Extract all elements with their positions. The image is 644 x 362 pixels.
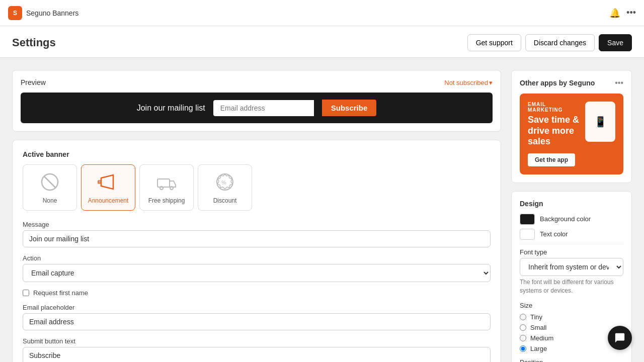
font-type-label: Font type: [520, 248, 623, 256]
svg-point-6: [160, 187, 163, 190]
other-apps-title: Other apps by Seguno: [520, 79, 595, 87]
app-name: Seguno Banners: [26, 9, 78, 17]
divider-1: [520, 244, 623, 244]
design-title: Design: [520, 200, 623, 208]
banner-option-none-label: None: [43, 197, 57, 204]
size-tiny-radio[interactable]: [520, 314, 526, 320]
free-shipping-icon: [155, 171, 178, 193]
other-apps-more-icon[interactable]: •••: [615, 78, 623, 87]
chat-bubble[interactable]: [608, 326, 632, 350]
text-color-label: Text color: [540, 230, 568, 238]
preview-label: Preview: [21, 78, 46, 86]
svg-line-1: [44, 176, 56, 188]
size-large-row: Large: [520, 345, 623, 352]
none-icon: [39, 171, 61, 193]
size-medium-label: Medium: [530, 334, 553, 342]
submit-button-input[interactable]: [23, 347, 491, 362]
submit-button-text-group: Submit button text An icon will be used …: [23, 337, 491, 362]
background-color-label: Background color: [540, 215, 591, 223]
position-section: Position Stay floating at the top Stay f…: [520, 358, 623, 362]
action-label: Action: [23, 254, 491, 262]
banner-options: None Announcement: [23, 164, 491, 211]
discard-changes-button[interactable]: Discard changes: [525, 34, 595, 51]
email-placeholder-label: Email placeholder: [23, 304, 491, 311]
chevron-down-icon: ▾: [489, 79, 493, 86]
promo-headline: Save time & drive more sales: [528, 115, 581, 147]
banner-email-input[interactable]: [213, 100, 314, 116]
email-placeholder-input[interactable]: [23, 313, 491, 330]
banner-option-none[interactable]: None: [23, 164, 77, 211]
svg-point-7: [170, 187, 173, 190]
topbar-left: S Seguno Banners: [8, 6, 78, 20]
size-large-label: Large: [530, 345, 547, 352]
font-type-group: Font type Inherit from system or device …: [520, 248, 623, 295]
banner-option-free-shipping[interactable]: Free shipping: [139, 164, 194, 211]
banner-option-discount-label: Discount: [213, 197, 237, 204]
preview-header: Preview Not subscribed ▾: [21, 78, 493, 86]
size-label: Size: [520, 302, 623, 309]
header-actions: Get support Discard changes Save: [467, 34, 632, 51]
size-small-row: Small: [520, 324, 623, 331]
svg-rect-5: [157, 179, 170, 187]
app-logo: S: [8, 6, 22, 20]
banner-option-announcement[interactable]: Announcement: [81, 164, 135, 211]
left-panel: Preview Not subscribed ▾ Join our mailin…: [12, 70, 501, 362]
size-tiny-row: Tiny: [520, 313, 623, 321]
font-type-select[interactable]: Inherit from system or device: [520, 258, 623, 276]
promo-tag: Email Marketing: [528, 102, 581, 113]
banner-option-announcement-label: Announcement: [88, 197, 129, 204]
subscription-status[interactable]: Not subscribed ▾: [444, 79, 493, 86]
message-field-group: Message: [23, 221, 491, 247]
app-promo-banner: Email Marketing Save time & drive more s…: [520, 94, 623, 174]
right-panel: Other apps by Seguno ••• Email Marketing…: [511, 70, 632, 362]
banner-subscribe-button[interactable]: Subscribe: [322, 100, 377, 116]
promo-button[interactable]: Get the app: [528, 153, 575, 166]
action-select[interactable]: Email capture URL redirect No action: [23, 264, 491, 282]
request-first-name-checkbox[interactable]: [23, 290, 29, 296]
email-placeholder-group: Email placeholder: [23, 304, 491, 330]
request-first-name-row: Request first name: [23, 289, 491, 297]
banner-option-free-shipping-label: Free shipping: [148, 197, 185, 204]
topbar: S Seguno Banners 🔔 •••: [0, 0, 644, 26]
submit-button-label: Submit button text: [23, 337, 491, 345]
svg-marker-2: [101, 175, 113, 189]
discount-icon: %: [214, 171, 236, 193]
main-content: Preview Not subscribed ▾ Join our mailin…: [0, 58, 644, 362]
save-button[interactable]: Save: [599, 34, 632, 51]
other-apps-header: Other apps by Seguno •••: [520, 78, 623, 87]
page-header: Settings Get support Discard changes Sav…: [0, 26, 644, 58]
banner-message: Join our mailing list: [137, 104, 205, 113]
background-color-row: Background color: [520, 214, 623, 225]
banner-option-discount[interactable]: % Discount: [198, 164, 252, 211]
text-color-row: Text color: [520, 229, 623, 240]
page-title: Settings: [12, 36, 56, 49]
topbar-icons: 🔔 •••: [609, 8, 636, 19]
settings-card: Active banner None: [12, 140, 501, 362]
announcement-icon: [97, 171, 119, 193]
position-label: Position: [520, 358, 623, 362]
size-small-radio[interactable]: [520, 324, 526, 331]
svg-text:%: %: [221, 179, 226, 186]
bell-icon[interactable]: 🔔: [609, 8, 620, 19]
active-banner-title: Active banner: [23, 150, 491, 158]
preview-banner: Join our mailing list Subscribe: [21, 93, 493, 123]
get-support-button[interactable]: Get support: [467, 34, 521, 51]
size-section: Size Tiny Small Medium Large: [520, 302, 623, 352]
background-color-swatch[interactable]: [520, 214, 535, 225]
other-apps-card: Other apps by Seguno ••• Email Marketing…: [511, 70, 632, 183]
action-field-group: Action Email capture URL redirect No act…: [23, 254, 491, 282]
message-label: Message: [23, 221, 491, 228]
preview-card: Preview Not subscribed ▾ Join our mailin…: [12, 70, 501, 132]
request-first-name-label: Request first name: [33, 289, 88, 297]
size-tiny-label: Tiny: [530, 313, 542, 321]
font-hint: The font will be different for various s…: [520, 278, 623, 295]
message-input[interactable]: [23, 230, 491, 247]
size-medium-radio[interactable]: [520, 335, 526, 341]
size-large-radio[interactable]: [520, 345, 526, 352]
more-icon[interactable]: •••: [626, 8, 636, 18]
size-small-label: Small: [530, 324, 547, 331]
text-color-swatch[interactable]: [520, 229, 535, 240]
